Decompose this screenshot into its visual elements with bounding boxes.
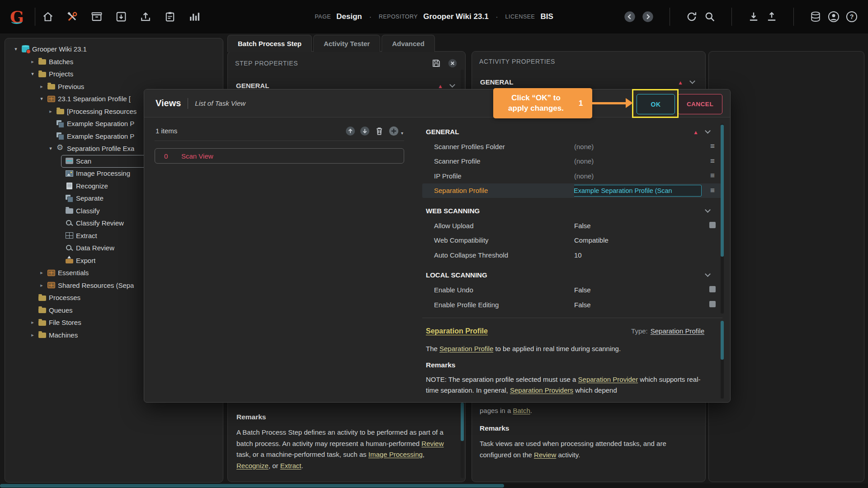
- tree-item[interactable]: Batches: [5, 56, 223, 68]
- tools-icon[interactable]: [66, 10, 79, 23]
- database-icon[interactable]: [809, 10, 822, 23]
- add-icon[interactable]: [388, 126, 399, 136]
- checkbox[interactable]: [709, 301, 716, 307]
- menu-icon[interactable]: [710, 157, 715, 165]
- scrollbar-thumb[interactable]: [721, 321, 724, 360]
- tree-expander-icon[interactable]: [29, 332, 36, 338]
- tab[interactable]: Activity Tester: [313, 35, 380, 52]
- upload-tray-icon[interactable]: [139, 10, 152, 23]
- save-icon[interactable]: [431, 58, 442, 69]
- help-title[interactable]: Separation Profile: [426, 327, 488, 335]
- property-value[interactable]: Example Separation Profile (Scan: [574, 185, 702, 197]
- tree-expander-icon[interactable]: [38, 270, 45, 276]
- property-value[interactable]: False: [574, 286, 591, 294]
- section-header-web-scanning[interactable]: WEB SCANNING: [422, 203, 722, 218]
- tree-item-label: Separate: [76, 194, 104, 202]
- tree-expander-icon[interactable]: [29, 59, 36, 65]
- text-link[interactable]: Review: [534, 451, 556, 459]
- property-row[interactable]: Allow Upload False: [422, 218, 722, 233]
- ok-button[interactable]: OK: [637, 94, 675, 114]
- tree-expander-icon[interactable]: [13, 46, 19, 52]
- property-row[interactable]: Auto Collapse Threshold 10: [422, 248, 722, 263]
- bar-chart-icon[interactable]: [188, 10, 201, 23]
- property-row[interactable]: Enable Undo False: [422, 283, 722, 298]
- clipboard-icon[interactable]: [164, 10, 176, 23]
- menu-icon[interactable]: [710, 186, 715, 195]
- context-breadcrumb: PAGE Design REPOSITORY Grooper Wiki 23.1…: [315, 0, 553, 33]
- tree-item-icon: [47, 84, 55, 89]
- text-link[interactable]: Image Processing: [368, 450, 423, 458]
- warning-icon: [693, 128, 698, 136]
- collapse-chevron-icon[interactable]: [705, 128, 711, 134]
- scrollbar-thumb[interactable]: [0, 484, 504, 488]
- text-link[interactable]: Review: [421, 440, 443, 447]
- scrollbar-thumb[interactable]: [461, 403, 464, 441]
- collapse-chevron-icon[interactable]: [449, 82, 455, 88]
- nav-back-icon[interactable]: [623, 10, 636, 23]
- collapse-chevron-icon[interactable]: [705, 207, 711, 213]
- property-value[interactable]: (none): [574, 172, 594, 180]
- dialog-header: Views List of Task View OK CANCEL: [144, 89, 730, 117]
- type-value[interactable]: Separation Profile: [651, 327, 704, 335]
- refresh-icon[interactable]: [685, 10, 698, 23]
- close-icon[interactable]: [447, 58, 458, 69]
- menu-icon[interactable]: [710, 142, 715, 150]
- property-value[interactable]: False: [574, 222, 591, 230]
- property-value[interactable]: False: [574, 301, 591, 309]
- tree-item[interactable]: Projects: [5, 68, 223, 80]
- text-link[interactable]: Separation Profile: [439, 345, 493, 352]
- property-row[interactable]: Scanner Profile (none): [422, 154, 722, 169]
- user-icon[interactable]: [827, 10, 840, 23]
- text-link[interactable]: Batch: [513, 407, 530, 414]
- nav-forward-icon[interactable]: [642, 10, 654, 23]
- text-link[interactable]: Separation Providers: [510, 386, 573, 394]
- archive-icon[interactable]: [90, 10, 103, 23]
- property-value[interactable]: 10: [574, 251, 582, 259]
- cancel-button[interactable]: CANCEL: [678, 94, 722, 114]
- checkbox[interactable]: [709, 222, 716, 228]
- add-menu-caret-icon[interactable]: [401, 131, 403, 136]
- tree-expander-icon[interactable]: [47, 108, 54, 114]
- menu-icon[interactable]: [710, 171, 715, 180]
- property-row[interactable]: Separation Profile Example Separation Pr…: [422, 183, 722, 198]
- help-icon[interactable]: ?: [845, 10, 858, 23]
- delete-icon[interactable]: [374, 126, 385, 136]
- tab[interactable]: Advanced: [382, 35, 435, 52]
- section-header-general[interactable]: GENERAL: [480, 75, 697, 89]
- tree-expander-icon[interactable]: [38, 84, 45, 89]
- property-value[interactable]: (none): [574, 143, 594, 150]
- tree-expander-icon[interactable]: [29, 319, 36, 325]
- text-link[interactable]: Recognize: [236, 462, 269, 469]
- property-value[interactable]: Compatible: [574, 236, 609, 244]
- tree-item-label: Previous: [58, 83, 84, 90]
- collapse-chevron-icon[interactable]: [705, 271, 711, 277]
- home-icon[interactable]: [42, 10, 54, 23]
- import-box-icon[interactable]: [115, 10, 127, 23]
- tree-item-icon: [57, 133, 64, 139]
- tab[interactable]: Batch Process Step: [227, 35, 312, 52]
- scrollbar-thumb[interactable]: [721, 125, 724, 257]
- property-row[interactable]: IP Profile (none): [422, 169, 722, 183]
- search-icon[interactable]: [703, 10, 716, 23]
- property-row[interactable]: Web Compatibility Compatible: [422, 233, 722, 248]
- section-header-general[interactable]: GENERAL: [422, 124, 722, 139]
- tree-expander-icon[interactable]: [29, 71, 36, 77]
- collapse-chevron-icon[interactable]: [689, 78, 695, 84]
- checkbox[interactable]: [709, 286, 716, 292]
- property-row[interactable]: Scanner Profiles Folder (none): [422, 139, 722, 154]
- tree-expander-icon[interactable]: [38, 282, 45, 288]
- task-view-list-item[interactable]: 0 Scan View: [155, 148, 404, 164]
- tree-expander-icon[interactable]: [38, 96, 45, 102]
- text-link[interactable]: Separation Provider: [578, 375, 638, 383]
- upload-icon[interactable]: [765, 10, 778, 23]
- section-header-local-scanning[interactable]: LOCAL SCANNING: [422, 267, 722, 283]
- move-down-icon[interactable]: [359, 126, 370, 136]
- download-icon[interactable]: [747, 10, 760, 23]
- property-value[interactable]: (none): [574, 157, 594, 165]
- partial-help-line: pages in a Batch.: [480, 407, 699, 414]
- text-link[interactable]: Extract: [280, 462, 302, 469]
- move-up-icon[interactable]: [345, 126, 356, 136]
- property-row[interactable]: Enable Profile Editing False: [422, 297, 722, 312]
- tree-expander-icon[interactable]: [47, 145, 54, 151]
- tree-item[interactable]: Grooper Wiki 23.1: [5, 43, 223, 56]
